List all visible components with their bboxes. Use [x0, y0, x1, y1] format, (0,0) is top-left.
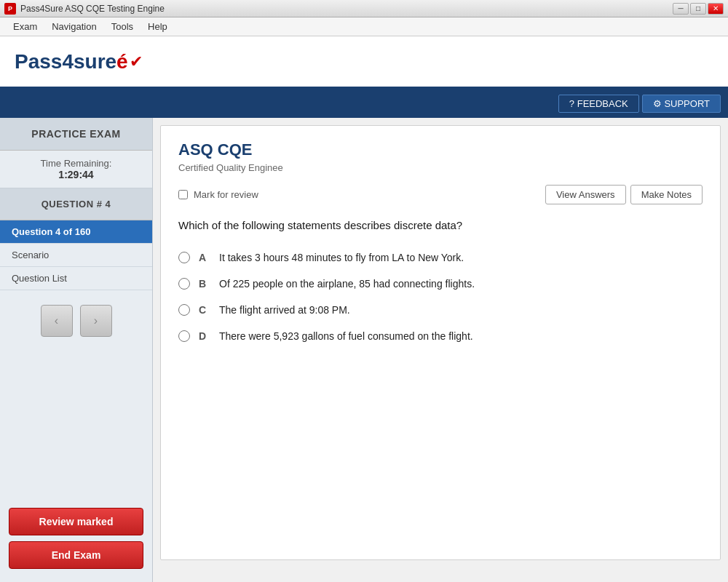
title-bar: P Pass4Sure ASQ CQE Testing Engine ─ □ ✕	[0, 0, 728, 17]
answer-option-d[interactable]: D There were 5,923 gallons of fuel consu…	[178, 330, 703, 342]
minimize-button[interactable]: ─	[673, 3, 689, 15]
sidebar: PRACTICE EXAM Time Remaining: 1:29:44 QU…	[0, 118, 153, 582]
answer-label-b: B	[199, 278, 210, 290]
content-area: ASQ CQE Certified Quality Enginee Mark f…	[153, 118, 728, 582]
answer-option-c[interactable]: C The flight arrived at 9:08 PM.	[178, 304, 703, 316]
make-notes-button[interactable]: Make Notes	[630, 185, 703, 204]
nav-item-question-list[interactable]: Question List	[0, 267, 152, 290]
answer-text-c: The flight arrived at 9:08 PM.	[219, 304, 350, 316]
nav-arrows: ‹ ›	[41, 305, 112, 337]
radio-b[interactable]	[178, 278, 190, 290]
answer-label-a: A	[199, 252, 210, 263]
logo-accent: é	[116, 50, 128, 73]
answer-label-c: C	[199, 304, 210, 316]
prev-button[interactable]: ‹	[41, 305, 73, 337]
menu-navigation[interactable]: Navigation	[44, 19, 103, 34]
content-card: ASQ CQE Certified Quality Enginee Mark f…	[160, 125, 721, 560]
answer-text-a: It takes 3 hours 48 minutes to fly from …	[219, 252, 464, 263]
main-layout: PRACTICE EXAM Time Remaining: 1:29:44 QU…	[0, 118, 728, 582]
mark-review-checkbox[interactable]	[178, 190, 188, 199]
end-exam-button[interactable]: End Exam	[9, 541, 143, 569]
toolbar-buttons: View Answers Make Notes	[545, 185, 703, 204]
radio-c[interactable]	[178, 304, 190, 316]
nav-item-scenario[interactable]: Scenario	[0, 244, 152, 267]
time-remaining-label: Time Remaining:	[7, 158, 145, 169]
radio-a[interactable]	[178, 252, 190, 263]
logo-text: Pass4sureé	[15, 50, 128, 73]
close-button[interactable]: ✕	[708, 3, 724, 15]
radio-d[interactable]	[178, 330, 190, 342]
menu-help[interactable]: Help	[141, 19, 175, 34]
window-title: Pass4Sure ASQ CQE Testing Engine	[20, 4, 673, 14]
sidebar-bottom-buttons: Review marked End Exam	[0, 502, 152, 575]
time-remaining-section: Time Remaining: 1:29:44	[0, 151, 152, 188]
answer-option-b[interactable]: B Of 225 people on the airplane, 85 had …	[178, 278, 703, 290]
review-marked-button[interactable]: Review marked	[9, 508, 143, 535]
time-value: 1:29:44	[7, 169, 145, 180]
logo: Pass4sureé ✔	[15, 50, 143, 73]
question-text: Which of the following statements descri…	[178, 218, 703, 234]
window-controls: ─ □ ✕	[673, 3, 724, 15]
feedback-button[interactable]: ? FEEDBACK	[558, 95, 639, 113]
next-button[interactable]: ›	[80, 305, 112, 337]
nav-item-question-of[interactable]: Question 4 of 160	[0, 220, 152, 244]
answer-label-d: D	[199, 330, 210, 342]
practice-exam-label: PRACTICE EXAM	[0, 118, 152, 151]
logo-bar: Pass4sureé ✔	[0, 36, 728, 89]
view-answers-button[interactable]: View Answers	[545, 185, 626, 204]
answer-text-d: There were 5,923 gallons of fuel consume…	[219, 330, 473, 342]
maximize-button[interactable]: □	[690, 3, 706, 15]
menu-tools[interactable]: Tools	[104, 19, 141, 34]
app-icon: P	[4, 3, 16, 15]
question-toolbar: Mark for review View Answers Make Notes	[178, 185, 703, 204]
menu-exam[interactable]: Exam	[6, 19, 44, 34]
logo-checkmark-icon: ✔	[130, 52, 143, 71]
exam-subtitle: Certified Quality Enginee	[178, 162, 703, 173]
menu-bar: Exam Navigation Tools Help	[0, 17, 728, 36]
exam-title: ASQ CQE	[178, 140, 703, 159]
action-bar: ? FEEDBACK ⚙ SUPPORT	[0, 89, 728, 118]
mark-review-container: Mark for review	[178, 189, 258, 200]
answer-option-a[interactable]: A It takes 3 hours 48 minutes to fly fro…	[178, 252, 703, 263]
answer-text-b: Of 225 people on the airplane, 85 had co…	[219, 278, 475, 290]
mark-review-label: Mark for review	[194, 189, 258, 200]
support-button[interactable]: ⚙ SUPPORT	[642, 95, 721, 113]
question-number-label: QUESTION # 4	[0, 188, 152, 220]
